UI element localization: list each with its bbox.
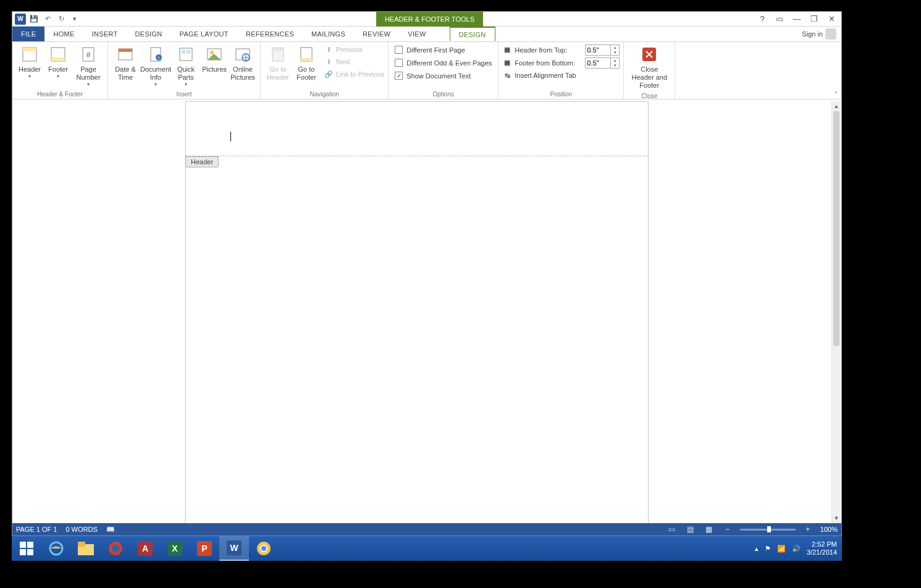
close-header-footer-button[interactable]: Close Header and Footer (628, 43, 671, 91)
different-odd-even-check[interactable]: Different Odd & Even Pages (392, 56, 494, 69)
footer-icon (48, 44, 68, 64)
tab-mailings[interactable]: MAILINGS (303, 27, 354, 41)
date-time-button[interactable]: Date & Time (112, 43, 139, 83)
zoom-out-icon[interactable]: − (721, 524, 734, 534)
word-app-icon[interactable]: W (15, 14, 26, 25)
scroll-thumb[interactable] (833, 111, 839, 346)
footer-bottom-spinner[interactable]: 0.5"▲▼ (585, 57, 620, 69)
tab-page-layout[interactable]: PAGE LAYOUT (171, 27, 237, 41)
help-icon[interactable]: ? (756, 13, 768, 25)
checkbox-checked-icon[interactable]: ✓ (395, 72, 403, 80)
collapse-ribbon-icon[interactable]: ˄ (835, 91, 838, 98)
checkbox-icon[interactable] (395, 59, 403, 67)
scroll-down-icon[interactable]: ▼ (832, 513, 841, 523)
scroll-up-icon[interactable]: ▲ (832, 101, 841, 111)
link-previous-label: Link to Previous (336, 70, 384, 78)
goto-header-label: Go to Header (266, 65, 290, 82)
vertical-scrollbar[interactable]: ▲ ▼ (831, 101, 841, 523)
sign-in[interactable]: Sign in (797, 27, 841, 41)
next-button: ⬇Next (324, 56, 384, 68)
tab-insert[interactable]: INSERT (83, 27, 127, 41)
footer-button[interactable]: Footer▾ (44, 43, 72, 81)
clock-time: 2:52 PM (807, 540, 837, 548)
excel-icon[interactable]: X (160, 536, 190, 561)
spinner-up-icon[interactable]: ▲ (611, 58, 619, 63)
flag-icon[interactable]: ⚑ (765, 545, 771, 553)
svg-point-31 (112, 545, 119, 552)
restore-icon[interactable]: ❐ (808, 13, 820, 25)
access-icon[interactable]: A (130, 536, 160, 561)
zoom-slider[interactable] (740, 529, 796, 531)
zoom-in-icon[interactable]: + (802, 524, 814, 534)
tab-design[interactable]: DESIGN (127, 27, 171, 41)
ribbon-display-icon[interactable]: ▭ (773, 13, 786, 25)
document-canvas[interactable]: Header (12, 101, 831, 523)
tab-home[interactable]: HOME (44, 27, 83, 41)
group-close: Close Header and Footer Close (624, 42, 675, 99)
print-layout-icon[interactable]: ▤ (684, 524, 697, 534)
windows-taskbar: A X P W ▴ ⚑ 📶 🔊 2:52 PM 3/21/2014 (12, 536, 842, 561)
quick-parts-button[interactable]: Quick Parts▾ (172, 43, 200, 89)
next-label: Next (336, 58, 350, 65)
zoom-slider-knob[interactable] (767, 526, 771, 532)
zoom-level[interactable]: 100% (820, 526, 838, 533)
spinner-down-icon[interactable]: ▼ (611, 63, 619, 68)
show-document-text-check[interactable]: ✓Show Document Text (392, 69, 494, 82)
group-close-label: Close (628, 91, 671, 101)
save-icon[interactable]: 💾 (28, 14, 40, 25)
powerpoint-icon[interactable]: P (190, 536, 219, 561)
svg-rect-13 (187, 50, 190, 54)
online-pictures-icon (233, 44, 253, 64)
page-count[interactable]: PAGE 1 OF 1 (16, 526, 57, 533)
spinner-up-icon[interactable]: ▲ (611, 45, 619, 50)
system-tray: ▴ ⚑ 📶 🔊 2:52 PM 3/21/2014 (755, 540, 842, 556)
online-pictures-label: Online Pictures (230, 65, 255, 82)
tab-view[interactable]: VIEW (399, 27, 434, 41)
tab-hf-design[interactable]: DESIGN (450, 27, 495, 41)
tray-up-icon[interactable]: ▴ (755, 545, 759, 553)
read-mode-icon[interactable]: ▭ (666, 524, 678, 534)
spinner-down-icon[interactable]: ▼ (611, 50, 619, 55)
chrome-icon[interactable] (249, 536, 279, 561)
header-top-spinner[interactable]: 0.5"▲▼ (585, 44, 620, 56)
redo-icon[interactable]: ↻ (56, 14, 67, 25)
word-taskbar-icon[interactable]: W (219, 536, 249, 561)
qat-dropdown-icon[interactable]: ▾ (69, 14, 80, 25)
online-pictures-button[interactable]: Online Pictures (229, 43, 256, 83)
calendar-icon (116, 44, 135, 64)
tab-references[interactable]: REFERENCES (237, 27, 303, 41)
svg-text:X: X (172, 544, 178, 553)
header-button[interactable]: Header▾ (16, 43, 43, 81)
group-position-label: Position (502, 90, 620, 99)
word-count[interactable]: 0 WORDS (65, 526, 97, 533)
clock[interactable]: 2:52 PM 3/21/2014 (807, 540, 837, 556)
goto-footer-button[interactable]: Go to Footer (293, 43, 320, 83)
page-number-button[interactable]: # Page Number▾ (73, 43, 104, 89)
svg-rect-12 (182, 50, 185, 54)
undo-icon[interactable]: ↶ (42, 14, 53, 25)
close-hf-icon (639, 44, 659, 64)
group-header-footer: Header▾ Footer▾ # Page Number▾ Header & … (12, 42, 108, 99)
checkbox-icon[interactable] (395, 46, 403, 54)
file-explorer-icon[interactable] (71, 536, 101, 561)
network-icon[interactable]: 📶 (777, 545, 786, 553)
close-icon[interactable]: ✕ (825, 13, 838, 25)
web-layout-icon[interactable]: ▦ (703, 524, 715, 534)
firefox-icon[interactable] (101, 536, 130, 561)
volume-icon[interactable]: 🔊 (792, 545, 801, 553)
page-header-area[interactable] (186, 102, 648, 156)
group-options: Different First Page Different Odd & Eve… (389, 42, 498, 99)
tab-file[interactable]: FILE (12, 27, 44, 41)
insert-alignment-tab-button[interactable]: ↹Insert Alignment Tab (502, 69, 620, 82)
proofing-icon[interactable]: 📖 (106, 526, 115, 534)
minimize-icon[interactable]: — (791, 13, 803, 25)
document-page[interactable]: Header (185, 101, 649, 523)
document-info-button[interactable]: i Document Info▾ (140, 43, 171, 89)
tab-review[interactable]: REVIEW (354, 27, 399, 41)
svg-rect-21 (301, 58, 312, 61)
different-first-page-check[interactable]: Different First Page (392, 43, 494, 56)
internet-explorer-icon[interactable] (41, 536, 71, 561)
pictures-button[interactable]: Pictures (201, 43, 228, 75)
sign-in-label: Sign in (802, 30, 823, 38)
start-button[interactable] (12, 536, 41, 561)
